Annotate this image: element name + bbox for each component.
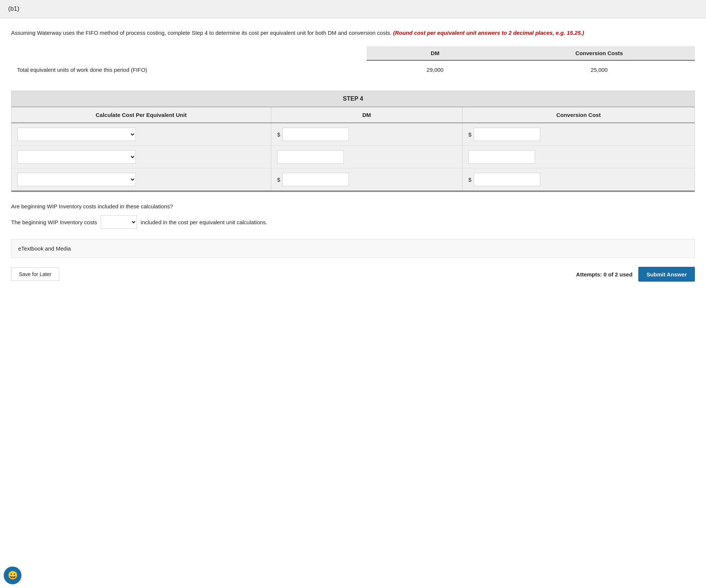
step4-header: STEP 4 <box>11 91 695 107</box>
step4-row3-conv-input[interactable] <box>474 173 540 186</box>
step4-col-dm: DM <box>271 107 462 123</box>
question-section: Are beginning WIP Inventory costs includ… <box>11 203 695 229</box>
submit-button[interactable]: Submit Answer <box>638 267 695 282</box>
step4-row-1: $ $ <box>11 123 695 146</box>
step4-row1-conv-dollar: $ <box>468 131 471 138</box>
step4-row3-conv-cell: $ <box>468 173 689 186</box>
wip-select[interactable]: are are not <box>101 215 137 229</box>
summary-dm-value: 29,000 <box>367 60 504 79</box>
avatar-icon[interactable]: 😀 <box>4 567 21 584</box>
step4-row3-dm-input[interactable] <box>282 173 349 186</box>
wip-suffix: included in the cost per equivalent unit… <box>141 219 267 225</box>
section-title: (b1) <box>8 5 19 12</box>
save-later-button[interactable]: Save for Later <box>11 268 59 281</box>
step4-row1-conv-input[interactable] <box>474 128 540 141</box>
attempts-text: Attempts: 0 of 2 used <box>576 271 633 278</box>
wip-prefix: The beginning WIP Inventory costs <box>11 219 97 225</box>
etextbook-section: eTextbook and Media <box>11 239 695 258</box>
summary-row-label: Total equivalent units of work done this… <box>11 60 367 79</box>
step4-table: Calculate Cost Per Equivalent Unit DM Co… <box>11 107 695 192</box>
step4-row1-conv-cell: $ <box>468 128 689 141</box>
intro-text: Assuming Waterway uses the FIFO method o… <box>11 28 695 37</box>
step4-col-calculate: Calculate Cost Per Equivalent Unit <box>11 107 271 123</box>
step4-row2-conv-input[interactable] <box>468 150 535 164</box>
step4-row1-dm-dollar: $ <box>277 131 280 138</box>
step4-row-2 <box>11 146 695 168</box>
intro-main: Assuming Waterway uses the FIFO method o… <box>11 30 391 36</box>
step4-row3-conv-dollar: $ <box>468 177 471 183</box>
step4-row1-dm-cell: $ <box>277 128 456 141</box>
intro-note: (Round cost per equivalent unit answers … <box>393 30 584 36</box>
step4-row1-dm-input[interactable] <box>282 128 349 141</box>
step4-row-3: $ $ <box>11 168 695 191</box>
summary-conversion-value: 25,000 <box>504 60 695 79</box>
step4-row2-dm-cell <box>277 150 456 164</box>
footer-left: Save for Later <box>11 268 59 281</box>
summary-col-dm: DM <box>367 46 504 60</box>
step4-row2-conv-cell <box>468 150 689 164</box>
footer-right: Attempts: 0 of 2 used Submit Answer <box>576 267 695 282</box>
step4-row2-select[interactable] <box>17 150 136 164</box>
step4-row2-dm-input[interactable] <box>277 150 344 164</box>
summary-table: DM Conversion Costs Total equivalent uni… <box>11 46 695 79</box>
wip-question: The beginning WIP Inventory costs are ar… <box>11 215 695 229</box>
step4-container: STEP 4 Calculate Cost Per Equivalent Uni… <box>11 91 695 192</box>
step4-row3-select[interactable] <box>17 173 136 186</box>
summary-col-conversion: Conversion Costs <box>504 46 695 60</box>
step4-col-conversion: Conversion Cost <box>462 107 695 123</box>
footer-section: Save for Later Attempts: 0 of 2 used Sub… <box>11 263 695 289</box>
section-header: (b1) <box>0 0 706 18</box>
step4-row3-dm-dollar: $ <box>277 177 280 183</box>
step4-row3-dm-cell: $ <box>277 173 456 186</box>
step4-row1-select[interactable] <box>17 128 136 141</box>
etextbook-label: eTextbook and Media <box>18 245 71 252</box>
main-content: Assuming Waterway uses the FIFO method o… <box>0 18 706 304</box>
question-text: Are beginning WIP Inventory costs includ… <box>11 203 695 209</box>
